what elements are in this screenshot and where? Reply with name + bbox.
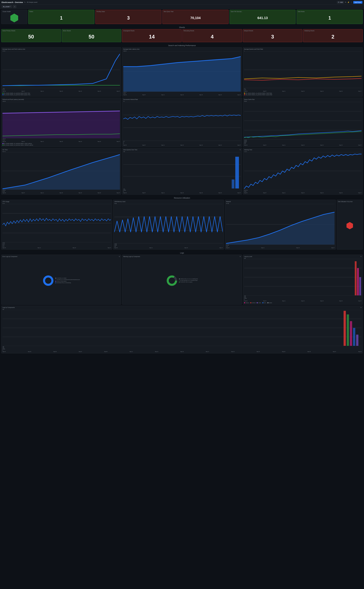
nodes-panel: Nodes 1 xyxy=(28,10,94,24)
avg-query-fetch-panel: Average Query and Fetch Latency (ms) 2.7… xyxy=(1,47,121,97)
docs-indexed-chart xyxy=(123,102,241,141)
tabbar: db_cluster * + xyxy=(0,5,364,9)
slow-query-title: Slow Query Total xyxy=(164,11,227,12)
cpu-usage-panel: CPU Usage 20 % 15 % 10 % 5 % 0 % Sep 03S… xyxy=(1,200,112,250)
search-perf-title: Search and Indexing Performance xyxy=(1,43,363,47)
search-perf-row3: GC Time 6.67 m 3.33 m 0 ms Sep 03Sep 07S… xyxy=(1,148,363,195)
active-primary-shards-value: 50 xyxy=(2,32,60,41)
more-icon[interactable]: ⋮ xyxy=(351,1,352,3)
logs-by-level-chart xyxy=(244,259,362,295)
open-file-panel: Open File Descript... 641.13 xyxy=(230,10,296,24)
delayed-shards-title: Delayed Shards xyxy=(244,30,301,32)
logs-by-level-reload[interactable]: ↻ xyxy=(360,256,362,257)
slow-query-panel: Slow Query Total 70,104 xyxy=(162,10,228,24)
active-shards-title: Active Shards xyxy=(63,30,120,32)
resource-util-title: Resource Utilization xyxy=(1,196,363,200)
initializing-shards-value: 2 xyxy=(304,32,362,41)
slow-queries-reload[interactable]: ↻ xyxy=(240,149,241,150)
active-shards-value: 50 xyxy=(63,32,120,41)
add-tab-button[interactable]: + xyxy=(13,5,16,8)
jvm-memory-chart xyxy=(114,204,223,243)
indexing-time-chart xyxy=(244,152,362,190)
gc-time-chart xyxy=(2,152,120,190)
refresh-flush-chart xyxy=(2,102,120,138)
time-range[interactable]: ⏱ -50D xyxy=(337,1,344,4)
gc-time-panel: GC Time 6.67 m 3.33 m 0 ms Sep 03Sep 07S… xyxy=(1,148,121,195)
cpu-usage-chart xyxy=(2,204,111,242)
unassigned-shards-panel: Unassigned Shards 14 xyxy=(122,29,182,42)
refresh-flush-title: Refresh and Flush Latency (seconds) xyxy=(2,99,120,100)
disk-util-hexagon xyxy=(346,222,353,229)
db-cluster-tab[interactable]: db_cluster * xyxy=(1,5,12,8)
avg-queries-fetch-title: Average Queries and Fetch Rate xyxy=(244,48,362,50)
error-logs-title-row: Error Logs by Component ↻ xyxy=(2,256,120,257)
filter-icon[interactable]: ⚡ xyxy=(347,1,350,3)
svg-rect-64 xyxy=(357,268,359,295)
edit-icon[interactable]: ✎ xyxy=(24,1,26,3)
svg-rect-63 xyxy=(355,261,357,295)
svg-rect-31 xyxy=(235,157,239,189)
error-logs-reload[interactable]: ↻ xyxy=(119,256,120,257)
warning-logs-reload[interactable]: ↻ xyxy=(240,256,241,257)
logs-by-components-panel: Logs by Components ↻ 20k 15k 10k 5,000 0 xyxy=(1,306,363,353)
disk-util-panel: Disk Utilization % by host xyxy=(337,200,363,250)
svg-point-57 xyxy=(169,278,175,284)
warning-logs-title-row: Warning Logs by Component ↻ xyxy=(123,256,241,257)
slow-queries-title: Slow Queries Over Time xyxy=(123,149,137,150)
avg-qf-x-axis: Sep 03Sep 07Sep 11Sep 15Sep 19Sep 23Sep … xyxy=(2,91,120,92)
open-file-title: Open File Descript... xyxy=(231,11,294,12)
avg-qf-ymax: 2.78 h xyxy=(2,50,120,52)
svg-rect-74 xyxy=(353,328,355,346)
avg-index-latency-title: Average Index Latency (ms) xyxy=(123,48,241,50)
logs-by-level-title-row: Logs by Level ↻ xyxy=(244,256,362,257)
error-logs-title: Error Logs by Component xyxy=(2,256,17,257)
docs-indexed-panel: Documents Indexed Rate 15 10 5 0 Sep 03S… xyxy=(122,97,242,147)
logs-by-level-panel: Logs by Level ↻ 20k 15k 10k 5, xyxy=(243,255,363,305)
slow-queries-chart xyxy=(123,152,241,189)
avg-qf-legend: db_cluster=elastic_on_premise Metric=Fet… xyxy=(2,92,120,95)
avg-queries-fetch-chart xyxy=(244,52,362,88)
delayed-shards-value: 3 xyxy=(244,32,301,41)
initializing-shards-title: Initializing Shards xyxy=(304,30,362,32)
delayed-shards-panel: Delayed Shards 3 xyxy=(243,29,302,42)
search-perf-row1: Average Query and Fetch Latency (ms) 2.7… xyxy=(1,47,363,97)
cpu-usage-title: CPU Usage xyxy=(2,201,111,202)
query-cache-title: Query Cache Size xyxy=(244,99,362,100)
active-shards-panel: Active Shards 50 xyxy=(62,29,121,42)
relocating-shards-title: Relocating Shards xyxy=(183,30,241,32)
app-title: Elasticsearch - Overview xyxy=(1,1,23,3)
avg-qf-ymid: .39 h xyxy=(2,88,120,89)
svg-rect-73 xyxy=(350,321,352,346)
logs-level-legend: DEBUG ERROR FATAL INFO WARN xyxy=(244,302,362,304)
nodes-value: 1 xyxy=(29,13,93,23)
error-logs-donut: 11 (0.0%) o.e.n.Node 2 (0.0%) o.e.x.t.Tr… xyxy=(2,258,120,304)
gc-time-title: GC Time xyxy=(2,149,120,150)
shards-row: Active Primary Shards 50 Active Shards 5… xyxy=(1,29,363,42)
add-panel-button[interactable]: Add Panel xyxy=(353,1,363,4)
svg-rect-72 xyxy=(347,314,349,346)
search-perf-row2: Refresh and Flush Latency (seconds) 3.86… xyxy=(1,97,363,147)
pending-tasks-panel: Pending Tasks 3 xyxy=(95,10,162,24)
query-cache-panel: Query Cache Size 200 B 150 B 100 B 50 B … xyxy=(243,97,363,147)
pending-tasks-value: 3 xyxy=(97,13,160,23)
pending-tasks-title: Pending Tasks xyxy=(97,11,160,12)
data-nodes-value: 1 xyxy=(298,13,362,23)
refresh-icon[interactable]: ↻ xyxy=(345,1,346,3)
cluster-health-row: Cluster Health Nodes 1 Pending Tasks 3 S… xyxy=(1,10,363,24)
warning-logs-legend: 3,266 (3.1%) o.e.x.m.e.l.LocalExporter 3… xyxy=(179,278,198,283)
cluster-health-hexagon xyxy=(10,14,18,22)
slow-query-value: 70,104 xyxy=(164,13,227,23)
jvm-memory-panel: JVM Memory Used 6 GB 4 GB 2 GB 0 B Sep 0… xyxy=(113,200,224,250)
indexing-time-title: Indexing Time xyxy=(244,149,362,150)
cluster-health-hex-container xyxy=(2,13,26,23)
indexing-time-panel: Indexing Time 1.11 h 33.33 m 0 ms Sep 03… xyxy=(243,148,363,195)
nodes-title: Nodes xyxy=(29,11,93,12)
unassigned-shards-value: 14 xyxy=(123,32,181,41)
main-content: Cluster Health Nodes 1 Pending Tasks 3 S… xyxy=(0,9,364,356)
initializing-shards-panel: Initializing Shards 2 xyxy=(303,29,363,42)
network-panel: Network 40 KB 20 KB 0 B Sep 03Sep 11Sep … xyxy=(225,200,336,250)
cluster-health-panel: Cluster Health xyxy=(1,10,27,24)
data-nodes-title: Data Nodes xyxy=(298,11,362,12)
logs-by-comp-reload[interactable]: ↻ xyxy=(360,307,362,308)
slow-queries-panel: Slow Queries Over Time ↻ 15k 10k 5,000 0… xyxy=(122,148,242,195)
